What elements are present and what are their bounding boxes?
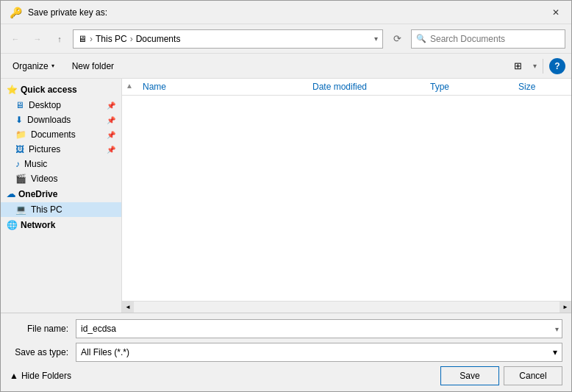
column-name[interactable]: Name: [137, 79, 307, 95]
new-folder-button[interactable]: New folder: [66, 59, 120, 74]
downloads-pin-icon: 📌: [107, 116, 115, 124]
sidebar-item-downloads[interactable]: ⬇ Downloads 📌: [1, 113, 121, 127]
main-content: ⭐ Quick access 🖥 Desktop 📌 ⬇ Downloads 📌…: [1, 79, 571, 313]
hide-folders-button[interactable]: ▲ Hide Folders: [10, 371, 71, 381]
buttons-row: ▲ Hide Folders Save Cancel: [10, 366, 562, 385]
downloads-label: Downloads: [27, 115, 71, 125]
filename-dropdown-icon[interactable]: ▾: [555, 325, 559, 333]
scroll-right-button[interactable]: ►: [560, 302, 571, 313]
back-button[interactable]: ←: [7, 30, 24, 48]
path-this-pc: This PC: [96, 34, 127, 44]
filename-input-wrapper[interactable]: ▾: [76, 319, 562, 338]
sidebar-network[interactable]: 🌐 Network: [1, 217, 121, 233]
organize-label: Organize: [12, 61, 49, 71]
onedrive-label: OneDrive: [18, 189, 57, 199]
onedrive-icon: ☁: [7, 189, 15, 199]
saveastype-label: Save as type:: [10, 347, 76, 357]
bottom-area: File name: ▾ Save as type: All Files (*.…: [1, 313, 571, 391]
documents-label: Documents: [31, 129, 76, 140]
close-button[interactable]: ✕: [549, 6, 562, 19]
documents-icon: 📁: [15, 129, 26, 140]
view-dropdown-icon[interactable]: ▾: [533, 62, 537, 70]
network-icon: 🌐: [7, 220, 18, 230]
music-icon: ♪: [15, 159, 20, 169]
this-pc-label: This PC: [31, 204, 62, 215]
search-input[interactable]: [430, 34, 560, 44]
path-icon: 🖥: [78, 34, 87, 44]
pictures-label: Pictures: [29, 144, 60, 154]
videos-icon: 🎬: [15, 174, 26, 184]
address-path[interactable]: 🖥 › This PC › Documents ▾: [73, 29, 383, 49]
file-list-header: ▲ Name Date modified Type Size: [122, 79, 571, 96]
sidebar: ⭐ Quick access 🖥 Desktop 📌 ⬇ Downloads 📌…: [1, 79, 122, 313]
pictures-pin-icon: 📌: [107, 146, 115, 154]
quick-access-label: Quick access: [21, 85, 77, 95]
new-folder-label: New folder: [72, 61, 114, 71]
scroll-track[interactable]: [134, 302, 560, 313]
saveastype-row: Save as type: All Files (*.*) ▾: [10, 343, 562, 362]
column-date-modified[interactable]: Date modified: [307, 79, 424, 95]
saveastype-dropdown-icon: ▾: [553, 347, 557, 357]
organize-button[interactable]: Organize ▾: [7, 59, 60, 74]
title-bar-left: 🔑 Save private key as:: [10, 7, 107, 18]
hide-folders-label: Hide Folders: [21, 371, 71, 381]
pictures-icon: 🖼: [15, 144, 24, 154]
this-pc-icon: 💻: [15, 204, 26, 215]
path-documents: Documents: [136, 34, 181, 44]
save-dialog: 🔑 Save private key as: ✕ ← → ↑ 🖥 › This …: [0, 0, 572, 392]
sidebar-item-videos[interactable]: 🎬 Videos: [1, 171, 121, 186]
title-bar: 🔑 Save private key as: ✕: [1, 1, 571, 24]
address-bar: ← → ↑ 🖥 › This PC › Documents ▾ ⟳ 🔍: [1, 24, 571, 54]
cancel-button[interactable]: Cancel: [504, 366, 562, 385]
videos-label: Videos: [31, 174, 57, 184]
saveastype-select[interactable]: All Files (*.*) ▾: [76, 343, 562, 362]
file-list: ▲ Name Date modified Type Size: [122, 79, 571, 301]
address-dropdown-icon[interactable]: ▾: [374, 35, 378, 43]
filename-row: File name: ▾: [10, 319, 562, 338]
network-label: Network: [21, 220, 55, 230]
filename-label: File name:: [10, 324, 76, 334]
toolbar-separator: [543, 59, 543, 74]
sidebar-quick-access[interactable]: ⭐ Quick access: [1, 82, 121, 98]
file-list-container: ▲ Name Date modified Type Size ◄ ►: [122, 79, 571, 313]
sidebar-item-desktop[interactable]: 🖥 Desktop 📌: [1, 98, 121, 113]
sidebar-onedrive[interactable]: ☁ OneDrive: [1, 186, 121, 202]
horizontal-scrollbar[interactable]: ◄ ►: [122, 301, 571, 313]
search-icon: 🔍: [416, 34, 426, 43]
desktop-label: Desktop: [29, 100, 61, 110]
forward-button[interactable]: →: [29, 30, 46, 48]
dialog-icon: 🔑: [10, 7, 22, 18]
column-size[interactable]: Size: [512, 79, 571, 95]
view-toggle-button[interactable]: ⊞: [508, 57, 527, 76]
music-label: Music: [24, 159, 47, 169]
sort-up-icon: ▲: [122, 79, 137, 95]
organize-chevron-icon: ▾: [51, 63, 54, 69]
documents-pin-icon: 📌: [107, 131, 115, 139]
sidebar-item-this-pc[interactable]: 💻 This PC: [1, 202, 121, 217]
sidebar-item-pictures[interactable]: 🖼 Pictures 📌: [1, 142, 121, 157]
desktop-pin-icon: 📌: [107, 101, 115, 110]
toolbar: Organize ▾ New folder ⊞ ▾ ?: [1, 54, 571, 79]
sidebar-item-music[interactable]: ♪ Music: [1, 157, 121, 171]
help-button[interactable]: ?: [549, 58, 565, 74]
scroll-left-button[interactable]: ◄: [122, 302, 134, 313]
downloads-icon: ⬇: [15, 115, 23, 125]
save-button[interactable]: Save: [440, 366, 499, 385]
up-button[interactable]: ↑: [51, 30, 68, 48]
saveastype-value: All Files (*.*): [81, 347, 129, 357]
dialog-title: Save private key as:: [28, 7, 107, 18]
search-box[interactable]: 🔍: [411, 29, 565, 49]
refresh-button[interactable]: ⟳: [387, 29, 407, 49]
hide-folders-chevron-icon: ▲: [10, 371, 18, 381]
desktop-icon: 🖥: [15, 100, 24, 110]
sidebar-item-documents[interactable]: 📁 Documents 📌: [1, 127, 121, 142]
column-type[interactable]: Type: [424, 79, 512, 95]
quick-access-icon: ⭐: [7, 85, 18, 95]
filename-input[interactable]: [81, 324, 557, 334]
file-list-body: [122, 96, 571, 301]
